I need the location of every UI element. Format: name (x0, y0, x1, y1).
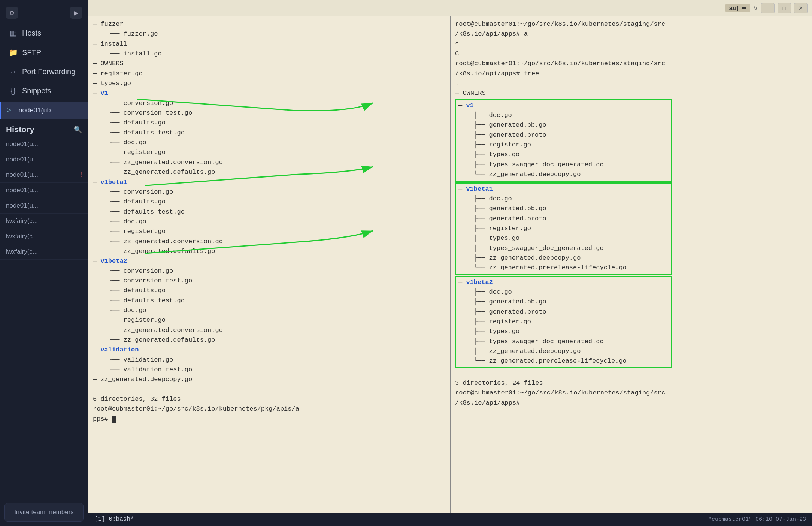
term-line-v1beta2: — v1beta2 (93, 256, 445, 266)
term-line: — register.go (93, 69, 445, 79)
history-list-item[interactable]: lwxfairy(c... (0, 244, 88, 260)
history-list-item[interactable]: lwxfairy(c... (0, 214, 88, 229)
term-line: — OWNERS (93, 59, 445, 69)
term-line: ├── types_swagger_doc_generated.go (458, 244, 669, 253)
term-line: └── zz_generated.prerelease-lifecycle.go (458, 263, 669, 273)
snippets-icon: {} (9, 87, 18, 95)
v1beta1-box: — v1beta1 ├── doc.go ├── generated.pb.go… (455, 182, 672, 275)
history-item-label: lwxfairy(c... (6, 248, 82, 256)
term-line: ├── doc.go (93, 306, 445, 315)
sidebar: ⚙ ▶ ▦ Hosts 📁 SFTP ↔ Port Forwarding {} … (0, 0, 88, 526)
history-header: History 🔍 (0, 120, 88, 137)
term-line: ├── conversion.go (93, 99, 445, 108)
active-terminal-item[interactable]: >_ node01(ub... (0, 102, 88, 119)
term-line: ├── generated.proto (458, 214, 669, 224)
term-line: ├── types.go (458, 150, 669, 160)
invite-team-button[interactable]: Invite team members (4, 503, 84, 522)
term-line: ├── types_swagger_doc_generated.go (458, 337, 669, 347)
term-line: ├── types.go (458, 233, 669, 243)
term-line: ├── conversion.go (93, 266, 445, 276)
term-line: — fuzzer (93, 19, 445, 29)
chevron-down-icon[interactable]: ∨ (753, 4, 758, 12)
close-button[interactable]: ✕ (794, 3, 808, 13)
term-line-validation: — validation (93, 345, 445, 355)
terminal-left[interactable]: — fuzzer └── fuzzer.go — install └── ins… (88, 16, 451, 513)
term-line: ├── conversion.go (93, 187, 445, 197)
term-line: /k8s.io/api/apps# tree (455, 69, 808, 79)
term-line: └── fuzzer.go (93, 29, 445, 39)
history-list-item[interactable]: node01(u... (0, 198, 88, 214)
term-line: ├── doc.go (458, 287, 669, 297)
term-line: ├── types.go (458, 327, 669, 336)
sftp-icon: 📁 (9, 48, 18, 57)
term-line: — types.go (93, 79, 445, 88)
history-list-item[interactable]: node01(u... (0, 152, 88, 167)
term-line: C (455, 49, 808, 59)
term-line: ^ (455, 39, 808, 49)
history-title: History (6, 125, 34, 134)
term-line (93, 385, 445, 394)
term-line-v1beta1: — v1beta1 (93, 178, 445, 187)
sidebar-sftp-label: SFTP (22, 48, 41, 57)
portfwd-icon: ↔ (9, 67, 18, 76)
term-line: └── zz_generated.defaults.go (93, 335, 445, 345)
term-line: ├── zz_generated.conversion.go (93, 158, 445, 167)
term-line: ├── zz_generated.deepcopy.go (458, 253, 669, 263)
history-item-label: lwxfairy(c... (6, 233, 82, 240)
term-line: └── zz_generated.deepcopy.go (458, 170, 669, 179)
term-line: └── zz_generated.defaults.go (93, 247, 445, 256)
history-item-label: node01(u... (6, 187, 82, 194)
term-line: root@cubmaster01:~/go/src/k8s.io/kuberne… (93, 404, 445, 414)
terminal-right[interactable]: root@cubmaster01:~/go/src/k8s.io/kuberne… (451, 16, 812, 513)
term-line: ├── doc.go (458, 111, 669, 120)
term-line: ├── register.go (93, 315, 445, 325)
history-list-item[interactable]: node01(u... (0, 137, 88, 152)
term-line: — v1beta1 (458, 184, 669, 194)
term-line: └── zz_generated.prerelease-lifecycle.go (458, 356, 669, 366)
term-line: 6 directories, 32 files (93, 394, 445, 404)
term-line: ├── defaults.go (93, 197, 445, 207)
term-line: — zz_generated.deepcopy.go (93, 375, 445, 384)
term-line: ├── register.go (93, 227, 445, 236)
history-list-item[interactable]: lwxfairy(c... (0, 229, 88, 244)
au-badge[interactable]: au| ➦ (725, 4, 750, 12)
term-line: ├── defaults.go (93, 286, 445, 296)
term-line: pps# (93, 414, 445, 424)
history-item-label: node01(u... (6, 140, 82, 148)
history-item-label: node01(u... (6, 202, 82, 209)
split-container: — fuzzer └── fuzzer.go — install └── ins… (88, 16, 812, 513)
term-line: └── install.go (93, 49, 445, 59)
term-line: ├── types_swagger_doc_generated.go (458, 160, 669, 170)
term-line: root@cubmaster01:~/go/src/k8s.io/kuberne… (455, 59, 808, 69)
history-search-icon[interactable]: 🔍 (74, 126, 82, 134)
term-line: ├── defaults_test.go (93, 296, 445, 306)
hosts-icon: ▦ (9, 28, 18, 37)
history-list-item[interactable]: node01(u...! (0, 167, 88, 183)
term-line: ├── doc.go (458, 194, 669, 204)
v1beta2-box: — v1beta2 ├── doc.go ├── generated.pb.go… (455, 276, 672, 368)
v1-box: — v1 ├── doc.go ├── generated.pb.go ├── … (455, 99, 672, 182)
settings-button[interactable]: ⚙ (6, 7, 18, 19)
sidebar-item-sftp[interactable]: 📁 SFTP (0, 43, 88, 62)
sidebar-item-hosts[interactable]: ▦ Hosts (0, 23, 88, 43)
maximize-button[interactable]: □ (778, 3, 791, 13)
term-line: — v1 (458, 101, 669, 111)
term-line: — OWNERS (455, 88, 808, 98)
sidebar-item-snippets[interactable]: {} Snippets (0, 81, 88, 100)
status-tab[interactable]: [1] 0:bash* (94, 516, 134, 523)
term-line: . (455, 79, 808, 88)
term-line: ├── defaults_test.go (93, 207, 445, 217)
minimize-button[interactable]: — (761, 3, 775, 13)
sidebar-item-portfwd[interactable]: ↔ Port Forwarding (0, 62, 88, 81)
term-line: ├── defaults.go (93, 118, 445, 128)
sidebar-snippets-label: Snippets (22, 87, 51, 95)
new-terminal-button[interactable]: ▶ (70, 7, 82, 19)
sidebar-portfwd-label: Port Forwarding (22, 67, 75, 76)
v1beta1-label: v1beta1 (100, 179, 127, 186)
term-line: /k8s.io/api/apps# (455, 398, 808, 408)
term-line: ├── zz_generated.conversion.go (93, 326, 445, 335)
history-list-item[interactable]: node01(u... (0, 183, 88, 198)
titlebar: au| ➦ ∨ — □ ✕ (88, 0, 812, 16)
history-list: node01(u...node01(u...node01(u...!node01… (0, 137, 88, 498)
term-line: — v1beta2 (458, 278, 669, 287)
